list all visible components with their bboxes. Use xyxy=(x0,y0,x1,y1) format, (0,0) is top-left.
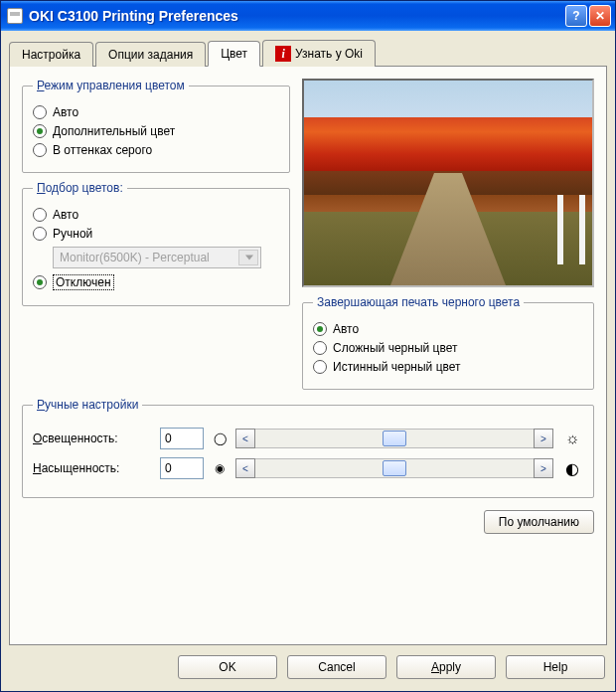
tab-ask-oki[interactable]: iУзнать у Oki xyxy=(262,40,376,67)
radio-black-true[interactable] xyxy=(313,360,327,374)
chevron-left-icon: < xyxy=(242,433,248,444)
radio-color-mode-auto[interactable] xyxy=(33,105,47,119)
close-button[interactable]: ✕ xyxy=(589,5,611,27)
chevron-down-icon xyxy=(245,256,253,260)
radio-matching-disabled[interactable] xyxy=(33,275,47,289)
group-color-matching-legend: Подбор цветов: xyxy=(33,181,127,195)
group-black-finish: Завершающая печать черного цвета Авто Сл… xyxy=(302,295,594,390)
brightness-decrease-button[interactable]: < xyxy=(235,429,255,448)
radio-black-composite-label[interactable]: Сложный черный цвет xyxy=(333,341,457,355)
tab-panel-color: Режим управления цветом Авто Дополнитель… xyxy=(9,66,607,645)
group-color-matching: Подбор цветов: Авто Ручной Monitor(6500K… xyxy=(22,181,290,306)
ok-button[interactable]: OK xyxy=(178,655,277,679)
radio-color-mode-grayscale[interactable] xyxy=(33,143,47,157)
info-icon: i xyxy=(275,46,291,62)
radio-color-mode-advanced[interactable] xyxy=(33,124,47,138)
printing-preferences-window: OKI C3100 Printing Preferences ? ✕ Настр… xyxy=(0,0,616,692)
saturation-low-icon: ◉ xyxy=(212,461,228,475)
tab-setup[interactable]: Настройка xyxy=(9,42,93,67)
saturation-input[interactable]: 0 xyxy=(160,457,204,479)
saturation-increase-button[interactable]: > xyxy=(534,458,553,478)
printer-icon xyxy=(7,8,23,24)
radio-matching-manual[interactable] xyxy=(33,227,47,241)
default-button[interactable]: По умолчанию xyxy=(484,510,594,534)
radio-matching-manual-label[interactable]: Ручной xyxy=(53,227,92,241)
radio-black-composite[interactable] xyxy=(313,341,327,355)
group-manual-settings: Ручные настройки Освещенность: 0 ◯ < > ☼… xyxy=(22,398,594,498)
titlebar: OKI C3100 Printing Preferences ? ✕ xyxy=(1,1,615,31)
radio-black-auto-label[interactable]: Авто xyxy=(333,322,359,336)
saturation-decrease-button[interactable]: < xyxy=(235,458,255,478)
group-color-mode: Режим управления цветом Авто Дополнитель… xyxy=(22,79,290,173)
radio-black-auto[interactable] xyxy=(313,322,327,336)
group-black-finish-legend: Завершающая печать черного цвета xyxy=(313,295,524,309)
saturation-label: Насыщенность: xyxy=(33,461,152,475)
radio-matching-auto[interactable] xyxy=(33,208,47,222)
radio-color-mode-advanced-label[interactable]: Дополнительный цвет xyxy=(53,124,175,138)
saturation-track[interactable] xyxy=(255,458,534,478)
matching-profile-select: Monitor(6500K) - Perceptual xyxy=(53,247,261,268)
brightness-label: Освещенность: xyxy=(33,432,152,445)
tab-ask-oki-label: Узнать у Oki xyxy=(295,47,363,61)
tab-job-options[interactable]: Опции задания xyxy=(95,42,206,67)
radio-matching-auto-label[interactable]: Авто xyxy=(53,208,78,222)
window-title: OKI C3100 Printing Preferences xyxy=(29,8,563,24)
help-button[interactable]: Help xyxy=(506,655,605,679)
group-color-mode-legend: Режим управления цветом xyxy=(33,79,189,92)
radio-color-mode-grayscale-label[interactable]: В оттенках серого xyxy=(53,143,152,157)
apply-button[interactable]: Apply xyxy=(396,655,496,679)
chevron-left-icon: < xyxy=(242,463,248,474)
brightness-track[interactable] xyxy=(255,429,534,448)
chevron-right-icon: > xyxy=(540,433,546,444)
tab-color[interactable]: Цвет xyxy=(208,41,260,67)
saturation-slider[interactable]: < > xyxy=(235,458,553,478)
help-titlebar-button[interactable]: ? xyxy=(565,5,587,27)
group-manual-settings-legend: Ручные настройки xyxy=(33,398,142,412)
brightness-input[interactable]: 0 xyxy=(160,428,204,449)
brightness-increase-button[interactable]: > xyxy=(534,429,553,448)
brightness-thumb[interactable] xyxy=(383,431,406,446)
dialog-button-bar: OK Cancel Apply Help xyxy=(1,645,615,691)
tab-strip: Настройка Опции задания Цвет iУзнать у O… xyxy=(9,39,607,66)
chevron-right-icon: > xyxy=(540,463,546,474)
radio-color-mode-auto-label[interactable]: Авто xyxy=(53,105,78,119)
radio-matching-disabled-label[interactable]: Отключен xyxy=(53,274,114,290)
saturation-thumb[interactable] xyxy=(383,460,406,476)
preview-image xyxy=(302,79,594,287)
cancel-button[interactable]: Cancel xyxy=(287,655,386,679)
dialog-body: Настройка Опции задания Цвет iУзнать у O… xyxy=(1,31,615,645)
brightness-dark-icon: ◯ xyxy=(212,432,228,445)
matching-profile-value: Monitor(6500K) - Perceptual xyxy=(60,251,210,264)
brightness-light-icon: ☼ xyxy=(561,430,583,447)
brightness-slider[interactable]: < > xyxy=(235,429,553,448)
saturation-high-icon: ◐ xyxy=(561,459,583,478)
radio-black-true-label[interactable]: Истинный черный цвет xyxy=(333,360,461,374)
